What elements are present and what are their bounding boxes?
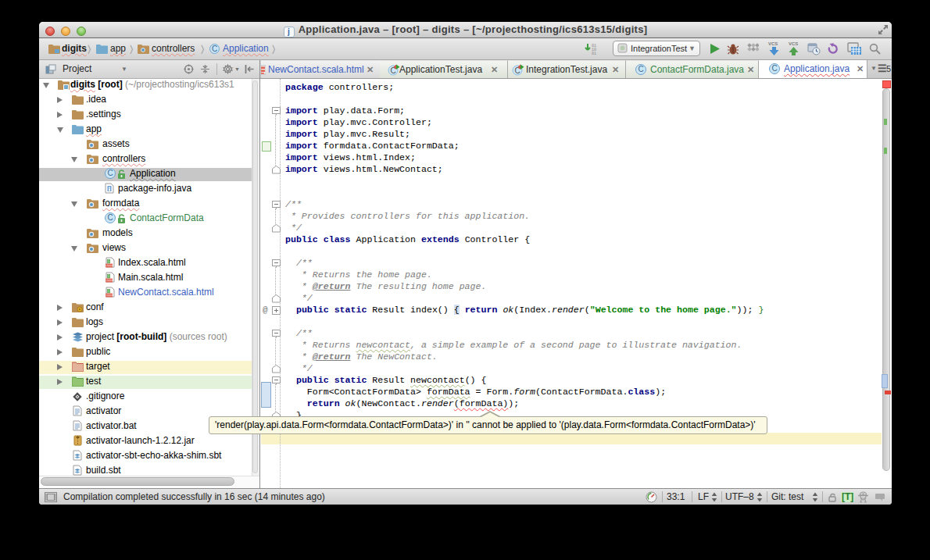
svg-text:01: 01 [592, 52, 596, 55]
